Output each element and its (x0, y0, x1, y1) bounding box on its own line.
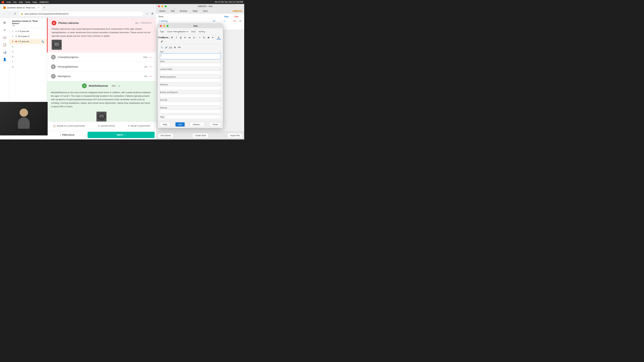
dialog-minimize-button[interactable] (163, 25, 165, 27)
anki-menu-add[interactable]: Add (170, 9, 176, 13)
sidebar-chart-icon[interactable]: 📊 (1, 49, 8, 55)
sketchy-edit-icon[interactable]: ◇ (220, 107, 221, 109)
erase-button[interactable]: ◇ (192, 36, 196, 39)
tags-input[interactable] (165, 115, 221, 119)
close-button[interactable]: Close (210, 122, 221, 127)
subscript-button[interactable]: x₂ (188, 36, 192, 39)
align-button[interactable]: ⊞ (206, 36, 210, 39)
menu-edit[interactable]: Edit (19, 1, 23, 3)
new-tab-button[interactable]: + (42, 5, 46, 10)
sidebar-clipboard-icon[interactable]: 📋 (1, 41, 8, 48)
anki-zoom-button[interactable] (165, 5, 167, 7)
back-button[interactable]: ‹ (1, 11, 6, 16)
question-item-8[interactable]: 8 (10, 64, 47, 69)
menu-anki[interactable]: Anki (6, 1, 11, 3)
ordered-list-button[interactable]: 1≡ (202, 36, 206, 39)
nav-row: ‹ PREVIOUS NEXT › (47, 130, 156, 139)
superscript-button[interactable]: x² (183, 36, 187, 39)
reset-question-button[interactable]: ↺ RESET QUESTION (126, 124, 152, 128)
attachment-button[interactable]: 📎 (160, 45, 164, 49)
anki-menu-sync[interactable]: Sync (202, 9, 209, 13)
lecture-notes-edit-icon[interactable]: ◇ (220, 68, 221, 70)
question-item-1[interactable]: 1 A 3-year-old ... (10, 29, 47, 34)
sidebar-list-icon[interactable]: ≡ (1, 27, 8, 33)
collapse-panel-button[interactable]: ‹ (46, 18, 47, 21)
first-aid-field-input[interactable] (160, 102, 221, 106)
extensions-button[interactable]: ⚙ (150, 11, 155, 16)
bookmark-button[interactable]: ☆ (144, 11, 149, 16)
cards-button[interactable]: Cards... (164, 36, 168, 39)
svg-point-3 (57, 43, 59, 45)
sidebar-book-icon[interactable]: 📖 (1, 34, 8, 41)
pathoma-field-input[interactable] (160, 86, 221, 90)
missed-questions-edit-icon[interactable]: ◇ (220, 76, 221, 78)
anki-titlebar: AMBOSS – Anki (156, 4, 244, 9)
extra-field-edit-icon[interactable]: ◇ (220, 60, 221, 63)
menu-amboss[interactable]: AMBOSS (40, 1, 49, 3)
first-aid-edit-icon[interactable]: ◇ (220, 99, 221, 101)
anki-menu-stats[interactable]: Stats (191, 9, 199, 13)
boards-beyond-edit-icon[interactable]: ◇ (220, 91, 221, 93)
unordered-list-button[interactable]: ≡ (198, 36, 202, 39)
lecture-notes-field-input[interactable] (160, 71, 221, 75)
history-button[interactable]: History ↓ (190, 122, 204, 127)
dialog-close-button[interactable] (160, 25, 162, 27)
text-field-edit-icon[interactable]: ◇ (220, 51, 221, 53)
audio-button[interactable]: 🎤 (164, 45, 168, 49)
import-file-button[interactable]: Import File (228, 133, 242, 138)
bold-button[interactable]: B (170, 36, 174, 39)
italic-button[interactable]: I (174, 36, 178, 39)
show-all-explanations-button[interactable]: 📋 SHOW ALL EXPLANATIONS (51, 124, 87, 128)
create-deck-button[interactable]: Create Deck (192, 133, 209, 138)
menu-file[interactable]: File (13, 1, 16, 3)
get-shared-button[interactable]: Get Shared (158, 133, 173, 138)
sidebar-home-icon[interactable]: ⊞ (1, 19, 8, 26)
bracket-button[interactable]: [–] (168, 45, 172, 49)
underline-button[interactable]: U (179, 36, 183, 39)
code-button[interactable]: </> (177, 45, 181, 49)
extra-field-input[interactable] (160, 63, 221, 67)
anki-menu-decks[interactable]: Decks (158, 9, 167, 13)
sidebar-user-icon[interactable]: 👤 (1, 56, 8, 63)
anki-minimize-button[interactable] (161, 5, 163, 7)
previous-button[interactable]: ‹ PREVIOUS (48, 132, 86, 138)
indent-button[interactable]: ▼ (211, 36, 215, 39)
question-item-6[interactable]: 6 (10, 54, 47, 59)
sketchy-field-input[interactable] (160, 109, 221, 113)
text-field-input[interactable] (160, 53, 221, 59)
question-item-5[interactable]: 5 (10, 49, 47, 54)
deck-row-anking[interactable]: + AnKing 87 1 76 ⚙ (156, 18, 244, 23)
function-button[interactable]: fx (173, 45, 177, 49)
anki-close-button[interactable] (158, 5, 160, 7)
menu-help[interactable]: Help (32, 1, 37, 3)
feedback-button-top[interactable]: FEEDBACK (140, 22, 152, 24)
pathoma-edit-icon[interactable]: ◇ (220, 84, 221, 86)
editor-toolbar-2: 📎 🎤 [–] fx </> (160, 45, 221, 50)
dialog-zoom-button[interactable] (166, 25, 168, 27)
add-button[interactable]: Add (176, 122, 185, 126)
show-stats-button[interactable]: % SHOW STATS (96, 124, 117, 128)
deck-gear-icon[interactable]: ⚙ (239, 19, 242, 22)
text-color-button[interactable]: A (217, 36, 221, 39)
tab-close-button[interactable]: × (38, 6, 39, 9)
next-button[interactable]: NEXT › (88, 132, 155, 138)
help-button[interactable]: Help (160, 122, 170, 127)
browser-tab-active[interactable]: Questions based on "Brain tum... × (1, 5, 41, 10)
deck-selector[interactable]: AnKing (197, 30, 206, 33)
question-item-2[interactable]: 2 An 8-year-ol... (10, 34, 47, 39)
question-item-4[interactable]: 4 (10, 44, 47, 49)
apple-icon[interactable]: 🍎 (1, 0, 4, 3)
address-bar[interactable]: 🔒 next.amboss.com/us/questions/cEN5au1kX… (18, 11, 144, 16)
question-item-3[interactable]: 3 A 5-year-old ... 🐾 (10, 39, 47, 44)
choice-icon-e: — (149, 65, 152, 68)
missed-questions-field-input[interactable] (160, 78, 221, 82)
question-item-7[interactable]: 7 (10, 59, 47, 64)
reload-button[interactable]: ↺ (13, 11, 18, 16)
deck-name-anking[interactable]: + AnKing (159, 20, 209, 22)
forward-button[interactable]: › (7, 11, 12, 16)
type-selector[interactable]: Cloze-AnKingMaster-v3 (166, 30, 190, 33)
highlight-button[interactable]: 🖊 (160, 40, 164, 43)
menu-tools[interactable]: Tools (25, 1, 30, 3)
anki-menu-browse[interactable]: Browse (178, 9, 188, 13)
boards-beyond-field-input[interactable] (160, 94, 221, 98)
